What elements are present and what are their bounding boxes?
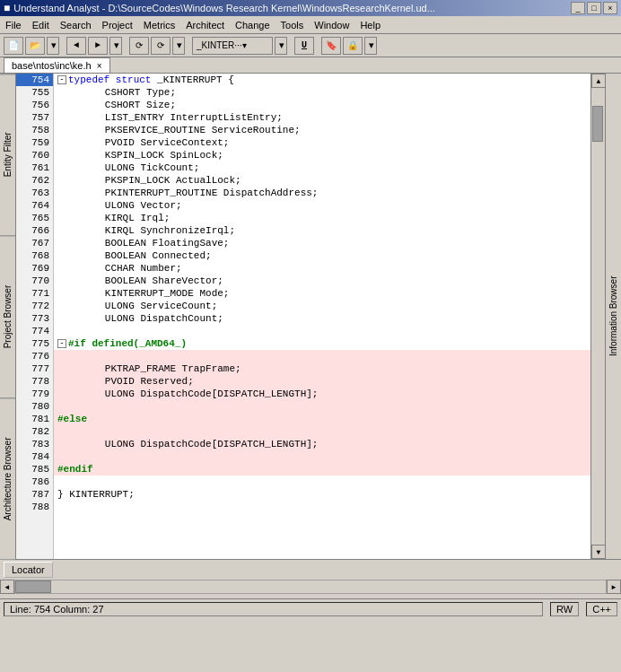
titlebar-controls: _ □ × — [571, 2, 617, 14]
code-line-763: PKINTERRUPT_ROUTINE DispatchAddress; — [54, 187, 590, 199]
collapse-754[interactable]: - — [57, 75, 66, 84]
scroll-track[interactable] — [591, 88, 605, 545]
menu-window[interactable]: Window — [309, 16, 354, 33]
refresh2-button[interactable]: ⟳ — [151, 37, 171, 55]
code-line-757: LIST_ENTRY InterruptListEntry; — [54, 111, 590, 124]
sidebar-entity-filter[interactable]: Entity Filter — [0, 74, 15, 235]
code-line-758: PKSERVICE_ROUTINE ServiceRoutine; — [54, 124, 590, 136]
menu-edit[interactable]: Edit — [27, 16, 55, 33]
new-button[interactable]: 📄 — [4, 37, 23, 55]
collapse-775[interactable]: - — [57, 339, 66, 348]
restore-button[interactable]: □ — [587, 2, 601, 14]
filetab-bar: base\ntos\inc\ke.h × — [0, 57, 621, 74]
code-line-773: ULONG DispatchCount; — [54, 312, 590, 325]
titlebar-title: Understand Analyst - D:\SourceCodes\Wind… — [13, 3, 435, 13]
code-content[interactable]: -typedef struct _KINTERRUPT { CSHORT Typ… — [54, 74, 590, 559]
menu-help[interactable]: Help — [354, 16, 386, 33]
line-num-767: 767 — [16, 237, 53, 249]
scroll-down-button[interactable]: ▼ — [591, 545, 606, 559]
menu-project[interactable]: Project — [97, 16, 138, 33]
nav-dropdown[interactable]: ▾ — [109, 37, 122, 55]
code-line-780 — [54, 400, 590, 413]
close-button[interactable]: × — [603, 2, 617, 14]
open-dropdown[interactable]: ▾ — [47, 37, 59, 55]
entity-dropdown[interactable]: _KINTER···▾ — [192, 37, 273, 55]
hscroll-thumb[interactable] — [15, 580, 51, 593]
line-num-768: 768 — [16, 249, 53, 262]
line-num-783: 783 — [16, 438, 53, 450]
line-num-764: 764 — [16, 199, 53, 212]
code-scroll[interactable]: 754 755 756 757 758 759 760 761 762 763 … — [16, 74, 590, 559]
locator-button[interactable]: Locator — [4, 562, 53, 578]
code-line-754: -typedef struct _KINTERRUPT { — [54, 74, 590, 86]
hscroll-track[interactable] — [14, 580, 607, 594]
refresh-dropdown[interactable]: ▾ — [172, 37, 185, 55]
code-line-770: BOOLEAN ShareVector; — [54, 275, 590, 287]
code-line-765: KIRQL Irql; — [54, 212, 590, 224]
code-line-761: ULONG TickCount; — [54, 161, 590, 174]
info-browser-label[interactable]: Information Browser — [606, 74, 621, 559]
sidebar-architecture-browser[interactable]: Architecture Browser — [0, 397, 15, 559]
code-line-759: PVOID ServiceContext; — [54, 136, 590, 149]
refresh-button[interactable]: ⟳ — [129, 37, 149, 55]
scroll-thumb[interactable] — [592, 106, 603, 142]
lock-button[interactable]: 🔒 — [343, 37, 363, 55]
line-num-760: 760 — [16, 149, 53, 161]
code-line-784 — [54, 450, 590, 463]
code-line-767: BOOLEAN FloatingSave; — [54, 237, 590, 249]
entity-dropdown2[interactable]: ▾ — [275, 37, 287, 55]
code-line-764: ULONG Vector; — [54, 199, 590, 212]
open-button[interactable]: 📂 — [25, 37, 45, 55]
line-num-771: 771 — [16, 287, 53, 300]
minimize-button[interactable]: _ — [571, 2, 585, 14]
code-line-769: CCHAR Number; — [54, 262, 590, 275]
code-line-776 — [54, 350, 590, 362]
menubar: File Edit Search Project Metrics Archite… — [0, 16, 621, 34]
file-tab[interactable]: base\ntos\inc\ke.h × — [4, 57, 110, 73]
line-num-775: 775 — [16, 337, 53, 350]
code-line-760: KSPIN_LOCK SpinLock; — [54, 149, 590, 161]
bottom-area: Locator ◄ ► — [0, 559, 621, 598]
menu-change[interactable]: Change — [230, 16, 276, 33]
back-button[interactable]: ◄ — [66, 37, 86, 55]
menu-architect[interactable]: Architect — [180, 16, 230, 33]
menu-file[interactable]: File — [0, 16, 27, 33]
close-tab-icon[interactable]: × — [97, 61, 102, 71]
code-line-786 — [54, 476, 590, 488]
titlebar: ■ Understand Analyst - D:\SourceCodes\Wi… — [0, 0, 621, 16]
toolbar: 📄 📂 ▾ ◄ ► ▾ ⟳ ⟳ ▾ _KINTER···▾ ▾ U 🔖 🔒 ▾ — [0, 34, 621, 57]
hscroll-left-button[interactable]: ◄ — [0, 580, 14, 594]
line-num-785: 785 — [16, 463, 53, 476]
status-lang: C++ — [586, 602, 617, 616]
menu-tools[interactable]: Tools — [276, 16, 310, 33]
line-num-786: 786 — [16, 476, 53, 488]
sidebar-project-browser[interactable]: Project Browser — [0, 235, 15, 397]
line-num-762: 762 — [16, 174, 53, 187]
locator-bar: Locator — [0, 560, 621, 580]
lock-dropdown[interactable]: ▾ — [364, 37, 377, 55]
bookmark-button[interactable]: 🔖 — [321, 37, 341, 55]
menu-metrics[interactable]: Metrics — [138, 16, 180, 33]
line-num-761: 761 — [16, 161, 53, 174]
line-num-756: 756 — [16, 99, 53, 111]
main-layout: Entity Filter Project Browser Architectu… — [0, 74, 621, 559]
code-line-777: PKTRAP_FRAME TrapFrame; — [54, 362, 590, 375]
line-num-777: 777 — [16, 362, 53, 375]
line-num-780: 780 — [16, 400, 53, 413]
status-mode: RW — [550, 602, 579, 616]
line-num-782: 782 — [16, 425, 53, 438]
underline-button[interactable]: U — [294, 37, 314, 55]
line-num-778: 778 — [16, 375, 53, 388]
hscroll-right-button[interactable]: ► — [607, 580, 621, 594]
line-num-755: 755 — [16, 86, 53, 99]
scroll-up-button[interactable]: ▲ — [591, 74, 606, 88]
code-line-785: #endif — [54, 463, 590, 476]
code-line-755: CSHORT Type; — [54, 86, 590, 99]
line-num-754: 754 — [16, 74, 53, 86]
code-line-766: KIRQL SynchronizeIrql; — [54, 224, 590, 237]
left-sidebar: Entity Filter Project Browser Architectu… — [0, 74, 16, 559]
forward-button[interactable]: ► — [88, 37, 108, 55]
menu-search[interactable]: Search — [55, 16, 97, 33]
horizontal-scrollbar: ◄ ► — [0, 580, 621, 594]
line-num-758: 758 — [16, 124, 53, 136]
